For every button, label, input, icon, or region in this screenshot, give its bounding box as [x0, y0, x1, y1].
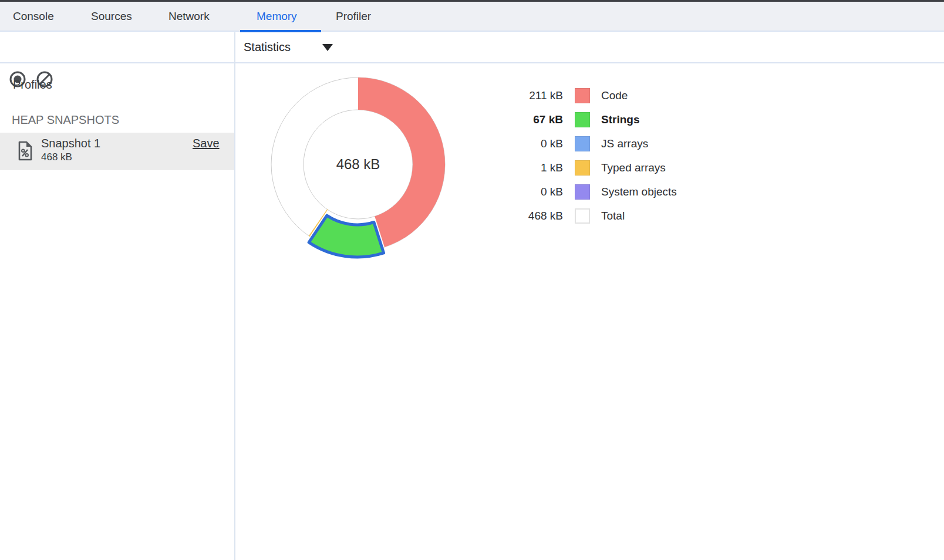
legend-color-swatch: [575, 136, 590, 151]
save-snapshot-link[interactable]: Save: [193, 137, 220, 150]
legend-label: Total: [601, 210, 625, 222]
sidebar-divider: [234, 32, 235, 560]
legend-value: 468 kB: [463, 210, 563, 222]
legend-row-strings[interactable]: 67 kB Strings: [463, 107, 677, 131]
tab-memory[interactable]: Memory: [257, 2, 297, 31]
active-tab-indicator: [240, 30, 321, 32]
heap-snapshots-section-header: HEAP SNAPSHOTS: [12, 113, 119, 127]
tab-sources[interactable]: Sources: [91, 2, 132, 31]
heap-snapshot-document-icon: [18, 140, 33, 161]
legend-row-js-arrays[interactable]: 0 kB JS arrays: [463, 131, 677, 156]
tab-network[interactable]: Network: [168, 2, 210, 31]
legend-value: 211 kB: [463, 89, 563, 102]
chart-legend: 211 kB Code 67 kB Strings 0 kB JS arrays…: [463, 83, 677, 228]
snapshot-title[interactable]: Snapshot 1: [41, 137, 100, 150]
tab-profiler[interactable]: Profiler: [336, 2, 371, 31]
legend-color-swatch: [575, 112, 590, 127]
snapshot-size: 468 kB: [41, 151, 72, 163]
legend-color-swatch: [575, 184, 590, 200]
legend-value: 1 kB: [463, 161, 563, 174]
legend-row-total[interactable]: 468 kB Total: [463, 204, 677, 228]
perspective-dropdown[interactable]: Statistics: [244, 32, 291, 62]
profiles-heading: Profiles: [13, 78, 52, 92]
snapshot-list-item[interactable]: Snapshot 1 468 kB Save: [0, 133, 234, 170]
devtools-tab-bar: Console Sources Network Memory Profiler: [0, 2, 944, 32]
legend-label: System objects: [601, 185, 677, 198]
donut-slice-strings[interactable]: [309, 215, 383, 257]
legend-color-swatch: [575, 88, 590, 103]
tab-console[interactable]: Console: [13, 2, 54, 31]
legend-row-system-objects[interactable]: 0 kB System objects: [463, 180, 677, 204]
legend-color-swatch: [575, 208, 590, 224]
legend-label: Strings: [601, 113, 639, 126]
legend-row-code[interactable]: 211 kB Code: [463, 83, 677, 107]
dropdown-caret-icon[interactable]: [322, 44, 333, 51]
legend-color-swatch: [575, 160, 590, 176]
legend-label: Code: [601, 89, 628, 102]
legend-value: 0 kB: [463, 185, 563, 198]
legend-value: 67 kB: [463, 113, 563, 126]
legend-row-typed-arrays[interactable]: 1 kB Typed arrays: [463, 156, 677, 180]
legend-label: Typed arrays: [601, 161, 666, 174]
toolbar-divider: [0, 62, 944, 63]
chart-total-label: 468 kB: [336, 156, 380, 173]
memory-panel-toolbar: [0, 32, 944, 62]
legend-value: 0 kB: [463, 137, 563, 150]
legend-label: JS arrays: [601, 137, 648, 150]
